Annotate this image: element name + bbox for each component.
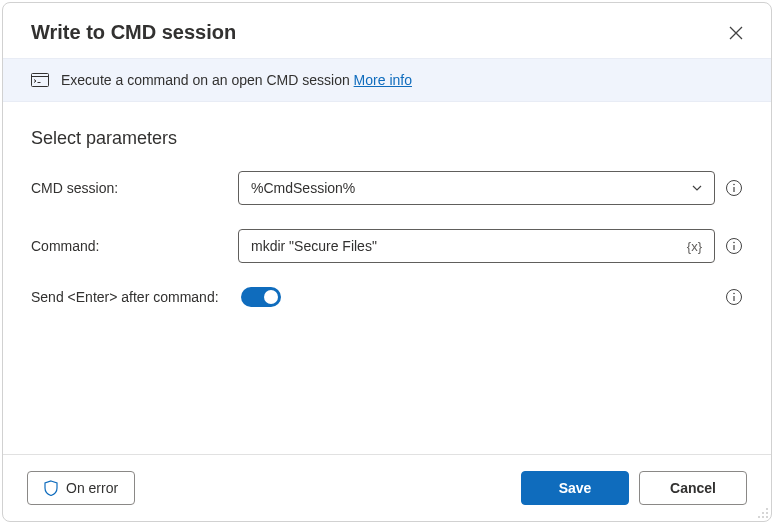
shield-icon bbox=[44, 480, 58, 496]
footer-actions: Save Cancel bbox=[521, 471, 747, 505]
svg-point-12 bbox=[766, 508, 768, 510]
banner-text: Execute a command on an open CMD session… bbox=[61, 72, 412, 88]
field-row-command: Command: {x} bbox=[31, 229, 743, 263]
resize-grip-icon[interactable] bbox=[757, 507, 769, 519]
content-area: Select parameters CMD session: %CmdSessi… bbox=[3, 102, 771, 454]
enter-label: Send <Enter> after command: bbox=[31, 289, 219, 305]
svg-point-15 bbox=[758, 516, 760, 518]
svg-point-4 bbox=[733, 184, 735, 186]
chevron-down-icon bbox=[690, 181, 704, 195]
banner-description: Execute a command on an open CMD session bbox=[61, 72, 350, 88]
cmd-icon bbox=[31, 72, 49, 88]
svg-point-7 bbox=[733, 242, 735, 244]
enter-toggle[interactable] bbox=[241, 287, 281, 307]
variable-picker-button[interactable]: {x} bbox=[683, 237, 706, 256]
svg-point-10 bbox=[733, 293, 735, 295]
close-button[interactable] bbox=[725, 22, 747, 44]
session-value: %CmdSession% bbox=[251, 180, 355, 196]
on-error-button[interactable]: On error bbox=[27, 471, 135, 505]
command-input-wrapper: {x} bbox=[238, 229, 715, 263]
field-row-enter: Send <Enter> after command: bbox=[31, 287, 743, 307]
command-input[interactable] bbox=[251, 238, 683, 254]
more-info-link[interactable]: More info bbox=[354, 72, 412, 88]
dialog-header: Write to CMD session bbox=[3, 3, 771, 58]
dialog-title: Write to CMD session bbox=[31, 21, 236, 44]
info-icon[interactable] bbox=[725, 237, 743, 255]
cancel-button[interactable]: Cancel bbox=[639, 471, 747, 505]
on-error-label: On error bbox=[66, 480, 118, 496]
field-row-session: CMD session: %CmdSession% bbox=[31, 171, 743, 205]
dialog: Write to CMD session Execute a command o… bbox=[2, 2, 772, 522]
svg-point-17 bbox=[766, 516, 768, 518]
dialog-footer: On error Save Cancel bbox=[3, 454, 771, 521]
svg-point-16 bbox=[762, 516, 764, 518]
toggle-knob bbox=[264, 290, 278, 304]
section-title: Select parameters bbox=[31, 128, 743, 149]
save-button[interactable]: Save bbox=[521, 471, 629, 505]
svg-point-13 bbox=[762, 512, 764, 514]
info-icon[interactable] bbox=[725, 288, 743, 306]
info-icon[interactable] bbox=[725, 179, 743, 197]
svg-point-14 bbox=[766, 512, 768, 514]
close-icon bbox=[729, 26, 743, 40]
session-label: CMD session: bbox=[31, 180, 226, 196]
info-banner: Execute a command on an open CMD session… bbox=[3, 58, 771, 102]
command-label: Command: bbox=[31, 238, 226, 254]
session-select[interactable]: %CmdSession% bbox=[238, 171, 715, 205]
